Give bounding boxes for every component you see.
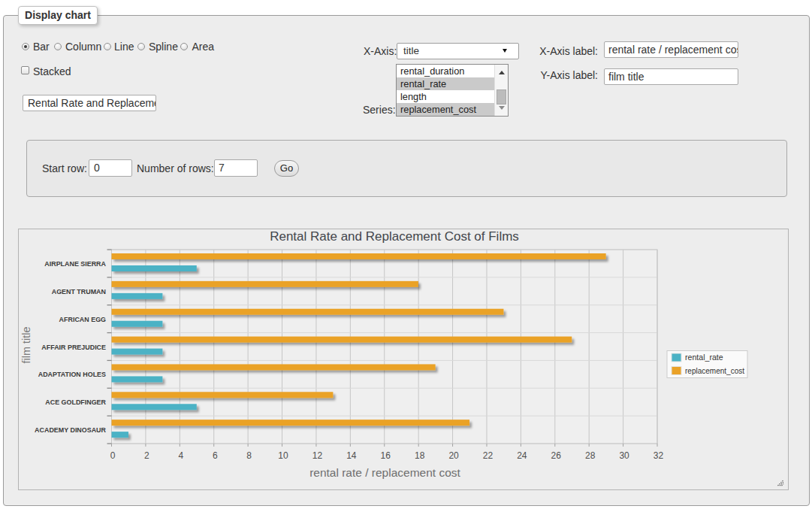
svg-text:ACE GOLDFINGER: ACE GOLDFINGER — [45, 398, 106, 406]
svg-text:10: 10 — [278, 450, 288, 461]
svg-text:film title: film title — [20, 326, 32, 363]
svg-text:16: 16 — [381, 450, 391, 461]
svg-text:22: 22 — [483, 450, 494, 461]
svg-text:24: 24 — [517, 450, 527, 461]
svg-text:AFFAIR PREJUDICE: AFFAIR PREJUDICE — [41, 343, 106, 351]
svg-text:20: 20 — [448, 450, 459, 461]
svg-text:rental_rate: rental_rate — [685, 353, 723, 362]
svg-text:AIRPLANE SIERRA: AIRPLANE SIERRA — [44, 259, 106, 268]
svg-text:Rental Rate and Replacement Co: Rental Rate and Replacement Cost of Film… — [270, 229, 519, 244]
svg-text:0: 0 — [110, 450, 116, 461]
svg-text:4: 4 — [178, 450, 183, 461]
svg-text:6: 6 — [213, 450, 218, 461]
svg-text:ACADEMY DINOSAUR: ACADEMY DINOSAUR — [35, 426, 106, 434]
svg-text:32: 32 — [654, 450, 664, 461]
svg-text:12: 12 — [312, 450, 323, 461]
svg-text:28: 28 — [585, 450, 596, 461]
svg-text:replacement_cost: replacement_cost — [685, 366, 744, 375]
svg-text:8: 8 — [246, 450, 252, 461]
svg-text:30: 30 — [619, 450, 629, 461]
svg-text:26: 26 — [551, 450, 562, 461]
svg-text:14: 14 — [346, 450, 357, 461]
svg-text:2: 2 — [144, 450, 149, 461]
svg-text:18: 18 — [415, 450, 425, 461]
svg-text:AGENT TRUMAN: AGENT TRUMAN — [52, 287, 106, 295]
svg-text:ADAPTATION HOLES: ADAPTATION HOLES — [38, 370, 107, 378]
svg-text:AFRICAN EGG: AFRICAN EGG — [59, 315, 106, 323]
svg-text:rental rate / replacement cost: rental rate / replacement cost — [309, 466, 460, 479]
